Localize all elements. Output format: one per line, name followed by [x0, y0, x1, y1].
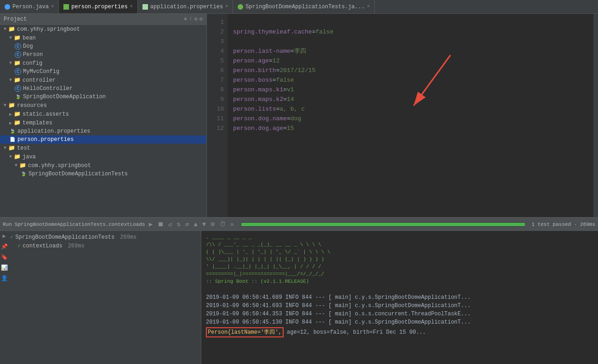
code-editor[interactable]: spring.thymeleaf.cache=false person.last… — [228, 14, 593, 217]
java-class-icon: C — [15, 85, 21, 92]
spring-art-7: :: Spring Boot :: (v2.1.1.RELEASE) — [206, 278, 593, 285]
tree-label: application.properties — [17, 128, 90, 134]
test-result: 1 test passed · 269ms — [531, 222, 595, 227]
tree-label: SpringBootDomeApplication — [23, 94, 106, 100]
folder-icon: 📁 — [14, 153, 21, 160]
close-icon[interactable]: × — [51, 4, 54, 9]
toolbar-btn-down[interactable]: ▼ — [201, 220, 207, 229]
tree-item-java[interactable]: ▼ 📁 java — [0, 152, 206, 161]
tree-label: config — [23, 60, 42, 67]
tab-label: SpringBootDomeApplicationTests.ja... — [245, 4, 364, 10]
header-icon-gear[interactable]: ⚙ — [199, 16, 203, 22]
test-class-item[interactable]: ✓ SpringBootDomeApplicationTests 269ms — [8, 233, 201, 241]
line-numbers: 1 2 3 4 5 6 7 8 9 10 11 12 — [207, 14, 228, 217]
tree-item-springbootdomeapplicationtests[interactable]: 🍃 SpringBootDomeApplicationTests — [0, 170, 206, 178]
toolbar-btn-rerun[interactable]: ↺ — [167, 219, 173, 229]
tree-item-com-yhhy-springboot[interactable]: ▼ 📁 com.yhhy.springboot — [0, 25, 206, 34]
folder-icon: 📁 — [14, 77, 21, 84]
tree-item-controller[interactable]: ▼ 📁 controller — [0, 76, 206, 84]
toolbar-btn-export[interactable]: ⊞ — [210, 219, 215, 229]
tree-label: resources — [17, 102, 47, 109]
tab-label: Person.java — [12, 4, 49, 10]
java-file-icon — [5, 4, 10, 10]
person-output-box: Person{lastName='李四', — [206, 327, 284, 337]
tab-person-properties[interactable]: person.properties × — [59, 0, 137, 13]
toolbar-btn-sort[interactable]: ⇄ — [184, 219, 190, 229]
app-props-icon: 🍃 — [9, 128, 16, 134]
expand-arrow: ▼ — [9, 61, 12, 66]
tree-item-config[interactable]: ▼ 📁 config — [0, 59, 206, 67]
tree-label: bean — [23, 35, 36, 41]
tree-label: test — [17, 145, 30, 151]
tree-label: com.yhhy.springboot — [17, 26, 80, 33]
console-log-3: 2019-01-09 06:50:44.353 INFO 844 --- [ m… — [206, 310, 593, 318]
tree-item-com-yhhy-springboot-test[interactable]: ▼ 📁 com.yhhy.springboot — [0, 161, 206, 170]
toolbar-btn-clock[interactable]: ⏱ — [218, 220, 227, 229]
close-icon[interactable]: × — [225, 4, 228, 9]
progress-bar — [241, 223, 525, 226]
tab-label: person.properties — [71, 4, 127, 10]
tab-label: application.properties — [150, 4, 223, 10]
tab-person-java[interactable]: Person.java × — [0, 0, 59, 13]
left-side-icons: ▶ 📌 🔖 📊 👤 — [0, 231, 8, 364]
folder-icon: 📁 — [14, 111, 21, 118]
tree-label: SpringBootDomeApplicationTests — [28, 171, 128, 177]
tree-item-dog[interactable]: C Dog — [0, 42, 206, 50]
side-icon-pin[interactable]: 📌 — [1, 243, 8, 250]
tree-label: static.asserts — [23, 111, 69, 118]
test-tree: ✓ SpringBootDomeApplicationTests 269ms ✓… — [8, 231, 201, 364]
expand-arrow: ▼ — [4, 103, 6, 108]
close-icon[interactable]: × — [130, 4, 133, 9]
spring-art-6: =========|_|==============|___/=/_/_/_/ — [206, 270, 593, 278]
side-icon-bookmark[interactable]: 🔖 — [1, 254, 8, 261]
console-output: . ____ _ __ _ _ /\\ / ___'_ __ _ _(_)_ _… — [201, 231, 598, 364]
tree-item-application-props[interactable]: 🍃 application.properties — [0, 127, 206, 135]
tree-item-hellocontroller[interactable]: C HelloController — [0, 84, 206, 93]
toolbar-btn-up[interactable]: ▲ — [193, 220, 198, 229]
toolbar-btn-stop[interactable]: ⏹ — [156, 220, 165, 229]
tree-item-mymvcconfig[interactable]: C MyMvcConfig — [0, 67, 206, 76]
tree-label: java — [23, 154, 36, 160]
test-time: 269ms — [120, 234, 137, 241]
expand-arrow: ▼ — [4, 146, 6, 151]
tree-label: MyMvcConfig — [23, 68, 59, 75]
spring-art-2: /\\ / ___'_ __ _ _(_)_ __ __ _ \ \ \ \ — [206, 241, 593, 248]
scroll-track[interactable] — [593, 14, 598, 217]
expand-arrow: ▼ — [9, 35, 12, 40]
tab-bar: Person.java × person.properties × applic… — [0, 0, 598, 14]
tree-item-static-asserts[interactable]: ▶ 📁 static.asserts — [0, 110, 206, 118]
side-icon-chart[interactable]: 📊 — [1, 264, 8, 271]
tree-item-templates[interactable]: ▶ 📁 templates — [0, 118, 206, 127]
bottom-panel: Run SpringBootDomeApplicationTests.conte… — [0, 217, 598, 364]
header-icon-add[interactable]: ⊕ — [184, 16, 187, 22]
folder-icon: 📁 — [8, 26, 15, 33]
tree-label: Person — [23, 51, 43, 58]
person-output-rest: age=12, boss=false, birth=Fri Dec 15 00.… — [287, 329, 426, 336]
progress-bar-container — [241, 222, 525, 227]
tree-item-springbootdomeapplication[interactable]: 🍃 SpringBootDomeApplication — [0, 93, 206, 101]
tab-application-properties[interactable]: application.properties × — [138, 0, 233, 13]
toolbar-btn-more[interactable]: » — [229, 220, 235, 229]
test-pass-icon: ✓ — [17, 242, 21, 249]
spring-art-1: . ____ _ __ _ _ — [206, 234, 593, 241]
tree-item-test[interactable]: ▼ 📁 test — [0, 144, 206, 152]
tree-item-person-props[interactable]: 📄 person.properties — [0, 135, 206, 144]
tree-item-bean[interactable]: ▼ 📁 bean — [0, 34, 206, 42]
props-icon: 📄 — [9, 136, 16, 143]
expand-arrow: ▶ — [9, 120, 12, 126]
side-icon-run[interactable]: ▶ — [2, 233, 6, 240]
tab-springboot-tests[interactable]: SpringBootDomeApplicationTests.ja... × — [233, 0, 375, 13]
props-file-icon — [63, 4, 69, 10]
test-method-item[interactable]: ✓ contextLoads 269ms — [8, 241, 201, 250]
tree-item-person[interactable]: C Person — [0, 50, 206, 59]
test-class-name: SpringBootDomeApplicationTests — [15, 234, 114, 241]
spring-art-3: ( ( )\___ | '_ | '_| | '_ \/ _` | \ \ \ … — [206, 248, 593, 256]
toolbar-btn-filter[interactable]: ⇅ — [176, 219, 182, 229]
console-person-output: Person{lastName='李四', age=12, boss=false… — [206, 327, 593, 337]
tree-item-resources[interactable]: ▼ 📁 resources — [0, 101, 206, 110]
toolbar-btn-play[interactable]: ▶ — [148, 219, 154, 229]
side-icon-person[interactable]: 👤 — [1, 275, 8, 282]
header-icon-sort[interactable]: ↕ — [189, 16, 192, 22]
close-icon[interactable]: × — [367, 4, 370, 9]
header-icon-settings[interactable]: ⚙ — [194, 16, 198, 22]
